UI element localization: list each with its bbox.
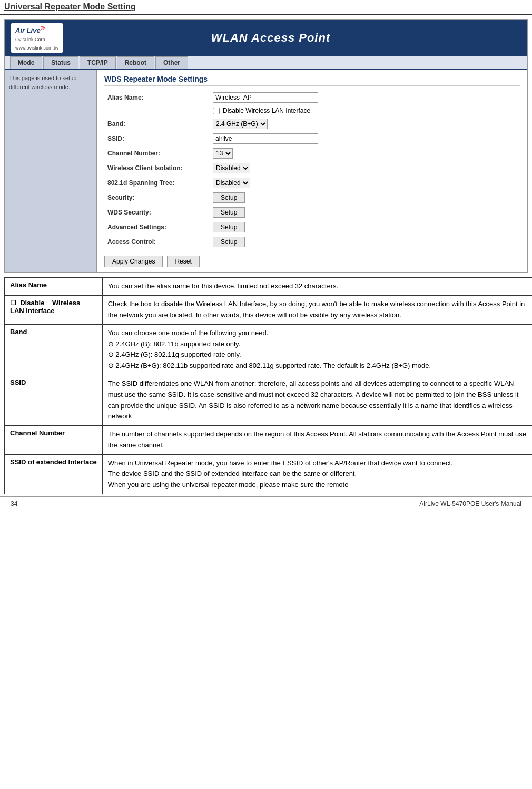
field-disable-wireless: Disable Wireless LAN Interface bbox=[104, 105, 520, 116]
tab-status[interactable]: Status bbox=[43, 56, 78, 69]
advanced-settings-setup-button[interactable]: Setup bbox=[213, 222, 245, 232]
info-label-ssid-extended: SSID of extended Interface bbox=[5, 454, 103, 494]
content-area: This page is used to setup different wir… bbox=[5, 70, 527, 272]
info-label-band: Band bbox=[5, 324, 103, 375]
field-band: Band: 2.4 GHz (B+G) 2.4 GHz (B) 2.4 GHz … bbox=[104, 116, 520, 131]
label-security: Security: bbox=[104, 190, 210, 205]
info-label-channel: Channel Number bbox=[5, 426, 103, 455]
footer-bar: 34 AirLive WL-5470POE User's Manual bbox=[0, 496, 532, 511]
checkbox-row: Disable Wireless LAN Interface bbox=[213, 107, 517, 114]
access-control-setup-button[interactable]: Setup bbox=[213, 237, 245, 247]
field-channel: Channel Number: 13 1234 5678 9101112 bbox=[104, 146, 520, 161]
input-alias-name[interactable] bbox=[213, 92, 318, 103]
field-access-control: Access Control: Setup bbox=[104, 235, 520, 249]
field-alias-name: Alias Name: bbox=[104, 90, 520, 105]
info-desc-disable-wireless: Check the box to disable the Wireless LA… bbox=[102, 296, 532, 325]
footer-manual: AirLive WL-5470POE User's Manual bbox=[419, 500, 521, 508]
field-wci: Wireless Client Isolation: Disabled Enab… bbox=[104, 161, 520, 176]
label-wci: Wireless Client Isolation: bbox=[104, 161, 210, 176]
label-ssid: SSID: bbox=[104, 131, 210, 146]
form-table: Alias Name: Disable Wireless LAN Interfa… bbox=[104, 90, 520, 249]
info-row-channel: Channel Number The number of channels su… bbox=[5, 426, 533, 455]
nav-tabs: Mode Status TCP/IP Reboot Other bbox=[5, 56, 527, 70]
info-desc-band: You can choose one mode of the following… bbox=[102, 324, 532, 375]
select-spanning-tree[interactable]: Disabled Enabled bbox=[213, 178, 250, 188]
label-advanced-settings: Advanced Settings: bbox=[104, 220, 210, 235]
security-setup-button[interactable]: Setup bbox=[213, 192, 245, 203]
info-table: Alias Name You can set the alias name fo… bbox=[4, 277, 532, 494]
label-access-control: Access Control: bbox=[104, 235, 210, 249]
info-desc-ssid-extended: When in Universal Repeater mode, you hav… bbox=[102, 454, 532, 494]
info-desc-channel: The number of channels supported depends… bbox=[102, 426, 532, 455]
field-wds-security: WDS Security: Setup bbox=[104, 205, 520, 220]
field-spanning-tree: 802.1d Spanning Tree: Disabled Enabled bbox=[104, 176, 520, 190]
tab-other[interactable]: Other bbox=[155, 56, 188, 69]
info-label-disable-wireless: ☐ Disable WirelessLAN Interface bbox=[5, 296, 103, 325]
tab-tcpip[interactable]: TCP/IP bbox=[80, 56, 116, 69]
wds-security-setup-button[interactable]: Setup bbox=[213, 207, 245, 218]
checkbox-icon-display: ☐ bbox=[10, 299, 16, 307]
footer-page-number: 34 bbox=[11, 500, 17, 508]
wlan-header: Air Live® OvisLink Corpwww.ovislink.com.… bbox=[5, 20, 527, 56]
reset-button[interactable]: Reset bbox=[167, 256, 199, 267]
main-panel: WDS Repeater Mode Settings Alias Name: bbox=[97, 70, 527, 272]
label-alias-name: Alias Name: bbox=[104, 90, 210, 105]
info-desc-alias-name: You can set the alias name for this devi… bbox=[102, 278, 532, 296]
input-ssid[interactable] bbox=[213, 133, 318, 144]
page-title: Universal Repeater Mode Setting bbox=[4, 2, 528, 12]
label-wds-security: WDS Security: bbox=[104, 205, 210, 220]
action-buttons: Apply Changes Reset bbox=[104, 256, 520, 267]
sidebar-text: This page is used to setup different wir… bbox=[9, 74, 92, 91]
checkbox-disable-wireless[interactable] bbox=[213, 108, 220, 114]
tab-mode[interactable]: Mode bbox=[10, 56, 42, 69]
select-wci[interactable]: Disabled Enabled bbox=[213, 163, 250, 173]
select-band[interactable]: 2.4 GHz (B+G) 2.4 GHz (B) 2.4 GHz (G) bbox=[213, 119, 268, 129]
page-title-bar: Universal Repeater Mode Setting bbox=[0, 0, 532, 15]
field-security: Security: Setup bbox=[104, 190, 520, 205]
apply-changes-button[interactable]: Apply Changes bbox=[104, 256, 163, 267]
tab-reboot[interactable]: Reboot bbox=[117, 56, 154, 69]
brand-logo: Air Live® OvisLink Corpwww.ovislink.com.… bbox=[15, 25, 58, 51]
sidebar-panel: This page is used to setup different wir… bbox=[5, 70, 97, 272]
info-row-ssid-extended: SSID of extended Interface When in Unive… bbox=[5, 454, 533, 494]
info-row-disable-wireless: ☐ Disable WirelessLAN Interface Check th… bbox=[5, 296, 533, 325]
info-label-ssid: SSID bbox=[5, 375, 103, 425]
info-row-ssid: SSID The SSID differentiates one WLAN fr… bbox=[5, 375, 533, 425]
info-row-alias-name: Alias Name You can set the alias name fo… bbox=[5, 278, 533, 296]
wlan-title: WLAN Access Point bbox=[211, 31, 330, 45]
info-desc-ssid: The SSID differentiates one WLAN from an… bbox=[102, 375, 532, 425]
logo-area: Air Live® OvisLink Corpwww.ovislink.com.… bbox=[11, 23, 63, 53]
label-band: Band: bbox=[104, 116, 210, 131]
screenshot-panel: Air Live® OvisLink Corpwww.ovislink.com.… bbox=[4, 19, 528, 273]
label-channel: Channel Number: bbox=[104, 146, 210, 161]
checkbox-label-disable-wireless: Disable Wireless LAN Interface bbox=[223, 107, 310, 114]
info-label-alias-name: Alias Name bbox=[5, 278, 103, 296]
section-title: WDS Repeater Mode Settings bbox=[104, 75, 520, 86]
info-row-band: Band You can choose one mode of the foll… bbox=[5, 324, 533, 375]
label-spanning-tree: 802.1d Spanning Tree: bbox=[104, 176, 210, 190]
field-advanced-settings: Advanced Settings: Setup bbox=[104, 220, 520, 235]
select-channel[interactable]: 13 1234 5678 9101112 bbox=[213, 148, 233, 159]
field-ssid: SSID: bbox=[104, 131, 520, 146]
